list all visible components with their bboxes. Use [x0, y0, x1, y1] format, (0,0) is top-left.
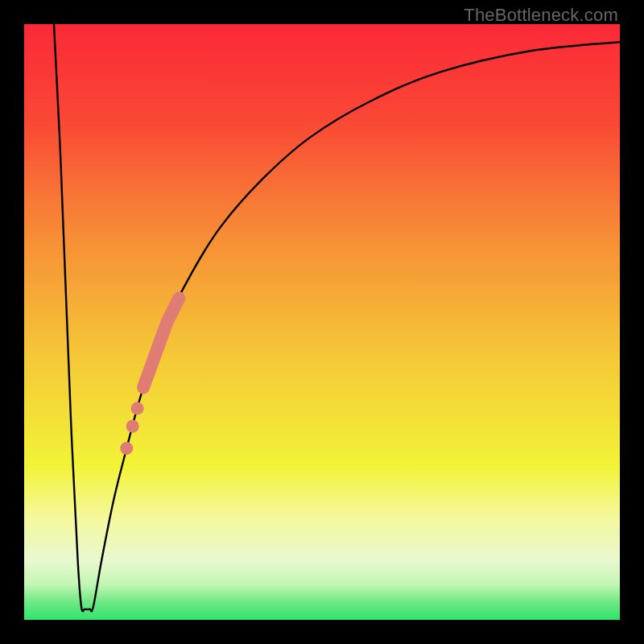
highlight-dot: [131, 402, 144, 415]
chart-curve-layer: [24, 24, 620, 620]
plot-area: [24, 24, 620, 620]
bottleneck-curve: [54, 24, 620, 611]
chart-frame: TheBottleneck.com: [0, 0, 644, 644]
highlight-dot: [120, 442, 133, 455]
highlight-band: [143, 298, 179, 387]
highlight-dots: [120, 402, 143, 455]
watermark-text: TheBottleneck.com: [464, 5, 618, 26]
highlight-dot: [126, 420, 139, 433]
